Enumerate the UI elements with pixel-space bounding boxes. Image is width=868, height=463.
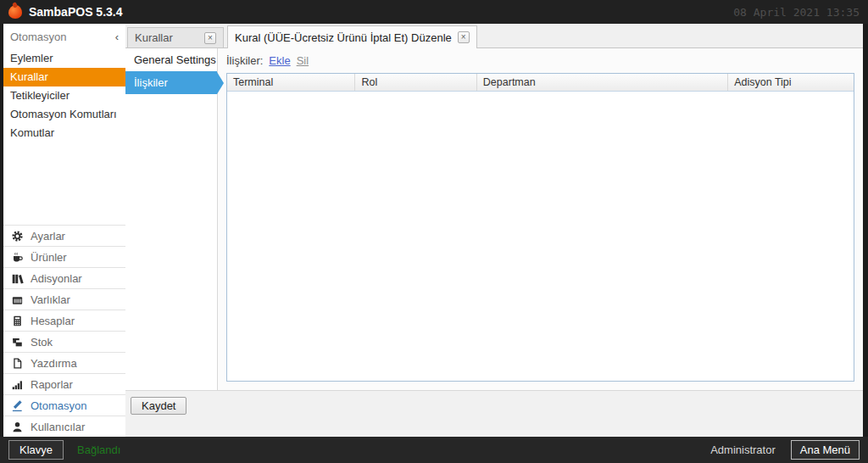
tab-page: General Settings İlişkiler İlişkiler: Ek…	[125, 47, 863, 390]
tab-kural-duzenle[interactable]: Kural (ÜÜE-Ücretsiz Ürünü İptal Et) Düze…	[227, 25, 477, 48]
relations-content: İlişkiler: Ekle Sil Terminal Rol Departm…	[218, 48, 863, 390]
module-ayarlar[interactable]: Ayarlar	[3, 225, 125, 246]
app-title: SambaPOS 5.3.4	[29, 5, 123, 19]
close-icon[interactable]: ×	[204, 32, 216, 44]
tab-label: Kural (ÜÜE-Ücretsiz Ürünü İptal Et) Düze…	[235, 31, 452, 44]
column-header-adisyon-tipi[interactable]: Adisyon Tipi	[728, 74, 854, 91]
calculator-icon	[8, 315, 25, 327]
module-label: Adisyonlar	[31, 272, 82, 285]
module-label: Otomasyon	[31, 399, 86, 412]
bar-chart-icon	[8, 378, 25, 391]
boxes-icon	[8, 336, 25, 349]
clock-datetime: 08 April 2021 13:35	[733, 6, 860, 19]
module-label: Ürünler	[31, 251, 67, 264]
collapse-chevron-icon[interactable]: ‹	[115, 31, 119, 43]
sidebar-item-tetikleyiciler[interactable]: Tetikleyiciler	[3, 86, 125, 105]
module-label: Hesaplar	[31, 315, 75, 327]
sidebar-item-kurallar[interactable]: Kurallar	[3, 68, 125, 86]
save-button[interactable]: Kaydet	[131, 397, 186, 415]
relations-toolbar: İlişkiler: Ekle Sil	[226, 54, 854, 67]
module-label: Stok	[31, 336, 53, 349]
tab-kurallar[interactable]: Kurallar ×	[127, 27, 224, 47]
column-header-terminal[interactable]: Terminal	[227, 74, 355, 91]
delete-link[interactable]: Sil	[297, 54, 309, 67]
module-urunler[interactable]: Ürünler	[3, 246, 125, 267]
table-header-row: Terminal Rol Departman Adisyon Tipi	[227, 74, 854, 92]
person-icon	[8, 421, 25, 433]
module-raporlar[interactable]: Raporlar	[3, 373, 125, 394]
workspace: Otomasyon ‹ Eylemler Kurallar Tetikleyic…	[3, 24, 863, 437]
close-icon[interactable]: ×	[458, 31, 470, 43]
sambapos-logo-icon	[8, 5, 22, 19]
tab-label: Kurallar	[135, 31, 173, 44]
module-label: Yazdırma	[31, 357, 77, 370]
module-label: Kullanıcılar	[31, 421, 85, 433]
logged-in-user: Administrator	[710, 443, 776, 456]
module-hesaplar[interactable]: Hesaplar	[3, 310, 125, 331]
module-adisyonlar[interactable]: Adisyonlar	[3, 267, 125, 288]
main-menu-button[interactable]: Ana Menü	[791, 440, 860, 460]
coffee-cup-icon	[8, 251, 25, 264]
add-link[interactable]: Ekle	[269, 54, 290, 67]
relations-table: Terminal Rol Departman Adisyon Tipi	[226, 73, 854, 382]
relations-label: İlişkiler:	[226, 54, 263, 67]
column-header-departman[interactable]: Departman	[477, 74, 728, 91]
books-icon	[8, 272, 25, 285]
module-kullanicilar[interactable]: Kullanıcılar	[3, 416, 125, 437]
table-body-empty	[227, 92, 854, 381]
settings-panel: General Settings İlişkiler	[125, 48, 218, 390]
module-stok[interactable]: Stok	[3, 331, 125, 352]
cash-register-icon	[8, 293, 25, 306]
title-bar: SambaPOS 5.3.4 08 April 2021 13:35	[0, 0, 868, 24]
gear-icon	[8, 230, 25, 243]
status-bar: Klavye Bağlandı Administrator Ana Menü	[0, 437, 868, 463]
module-label: Raporlar	[31, 378, 73, 391]
page-footer: Kaydet	[125, 390, 863, 437]
sidebar-header: Otomasyon ‹	[3, 24, 125, 49]
connection-status: Bağlandı	[77, 443, 120, 456]
sidebar-item-otomasyon-komutlari[interactable]: Otomasyon Komutları	[3, 105, 125, 124]
pencil-icon	[8, 399, 25, 412]
sidebar: Otomasyon ‹ Eylemler Kurallar Tetikleyic…	[3, 24, 125, 437]
tab-strip: Kurallar × Kural (ÜÜE-Ücretsiz Ürünü İpt…	[125, 24, 863, 47]
panel-item-general-settings[interactable]: General Settings	[125, 48, 217, 71]
keyboard-button[interactable]: Klavye	[8, 440, 64, 460]
sidebar-header-label: Otomasyon	[10, 31, 66, 43]
sidebar-item-komutlar[interactable]: Komutlar	[3, 124, 125, 142]
module-label: Ayarlar	[31, 230, 65, 243]
module-varliklar[interactable]: Varlıklar	[3, 288, 125, 310]
main-area: Kurallar × Kural (ÜÜE-Ücretsiz Ürünü İpt…	[125, 24, 863, 437]
module-label: Varlıklar	[31, 293, 70, 306]
document-icon	[8, 357, 25, 370]
panel-item-iliskiler[interactable]: İlişkiler	[125, 71, 217, 94]
module-otomasyon[interactable]: Otomasyon	[3, 394, 125, 416]
sidebar-item-eylemler[interactable]: Eylemler	[3, 49, 125, 68]
column-header-rol[interactable]: Rol	[355, 74, 476, 91]
module-yazdirma[interactable]: Yazdırma	[3, 352, 125, 373]
